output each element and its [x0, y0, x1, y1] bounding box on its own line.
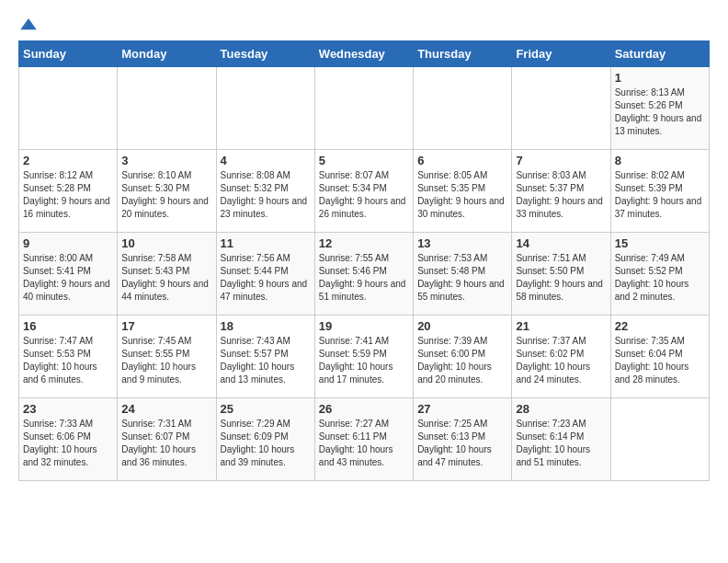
- day-number: 12: [319, 236, 409, 250]
- calendar-table: SundayMondayTuesdayWednesdayThursdayFrid…: [18, 40, 710, 481]
- calendar-cell: 12Sunrise: 7:55 AM Sunset: 5:46 PM Dayli…: [314, 233, 413, 316]
- calendar-cell: 10Sunrise: 7:58 AM Sunset: 5:43 PM Dayli…: [118, 233, 216, 316]
- day-number: 6: [417, 154, 507, 167]
- day-info: Sunrise: 7:31 AM Sunset: 6:07 PM Dayligh…: [121, 418, 211, 469]
- calendar-cell: 19Sunrise: 7:41 AM Sunset: 5:59 PM Dayli…: [314, 316, 413, 398]
- week-row-3: 9Sunrise: 8:00 AM Sunset: 5:41 PM Daylig…: [19, 233, 710, 316]
- weekday-header-friday: Friday: [512, 41, 610, 67]
- calendar-cell: 20Sunrise: 7:39 AM Sunset: 6:00 PM Dayli…: [414, 316, 512, 398]
- week-row-2: 2Sunrise: 8:12 AM Sunset: 5:28 PM Daylig…: [19, 150, 710, 233]
- day-number: 17: [121, 319, 211, 333]
- day-number: 23: [23, 402, 113, 416]
- day-info: Sunrise: 7:41 AM Sunset: 5:59 PM Dayligh…: [319, 335, 409, 386]
- calendar-cell: 24Sunrise: 7:31 AM Sunset: 6:07 PM Dayli…: [118, 398, 216, 481]
- calendar-cell: 8Sunrise: 8:02 AM Sunset: 5:39 PM Daylig…: [610, 150, 709, 233]
- weekday-header-wednesday: Wednesday: [314, 41, 413, 67]
- week-row-5: 23Sunrise: 7:33 AM Sunset: 6:06 PM Dayli…: [19, 398, 710, 481]
- calendar-cell: 2Sunrise: 8:12 AM Sunset: 5:28 PM Daylig…: [19, 150, 118, 233]
- day-number: 27: [417, 402, 507, 416]
- calendar-cell: 26Sunrise: 7:27 AM Sunset: 6:11 PM Dayli…: [314, 398, 413, 481]
- weekday-header-saturday: Saturday: [610, 41, 709, 67]
- calendar-cell: 25Sunrise: 7:29 AM Sunset: 6:09 PM Dayli…: [216, 398, 314, 481]
- day-info: Sunrise: 8:12 AM Sunset: 5:28 PM Dayligh…: [23, 169, 113, 221]
- calendar-cell: 17Sunrise: 7:45 AM Sunset: 5:55 PM Dayli…: [118, 316, 216, 398]
- day-info: Sunrise: 8:03 AM Sunset: 5:37 PM Dayligh…: [516, 169, 606, 221]
- calendar-cell: [118, 67, 216, 150]
- day-info: Sunrise: 7:25 AM Sunset: 6:13 PM Dayligh…: [417, 418, 507, 469]
- day-info: Sunrise: 8:07 AM Sunset: 5:34 PM Dayligh…: [319, 169, 409, 221]
- day-number: 28: [516, 402, 606, 416]
- day-info: Sunrise: 7:51 AM Sunset: 5:50 PM Dayligh…: [516, 252, 606, 304]
- calendar-cell: 11Sunrise: 7:56 AM Sunset: 5:44 PM Dayli…: [216, 233, 314, 316]
- weekday-header-sunday: Sunday: [19, 41, 118, 67]
- day-number: 26: [319, 402, 409, 416]
- day-number: 9: [23, 236, 113, 250]
- weekday-header-monday: Monday: [118, 41, 216, 67]
- day-info: Sunrise: 8:13 AM Sunset: 5:26 PM Dayligh…: [615, 86, 705, 138]
- logo: [18, 18, 37, 31]
- page-header: [18, 18, 710, 31]
- day-number: 20: [417, 319, 507, 333]
- calendar-cell: 6Sunrise: 8:05 AM Sunset: 5:35 PM Daylig…: [414, 150, 512, 233]
- day-info: Sunrise: 8:02 AM Sunset: 5:39 PM Dayligh…: [615, 169, 705, 221]
- calendar-cell: 1Sunrise: 8:13 AM Sunset: 5:26 PM Daylig…: [610, 67, 709, 150]
- calendar-cell: 22Sunrise: 7:35 AM Sunset: 6:04 PM Dayli…: [610, 316, 709, 398]
- day-info: Sunrise: 7:43 AM Sunset: 5:57 PM Dayligh…: [221, 335, 311, 386]
- day-info: Sunrise: 7:39 AM Sunset: 6:00 PM Dayligh…: [417, 335, 507, 386]
- weekday-header-row: SundayMondayTuesdayWednesdayThursdayFrid…: [19, 41, 710, 67]
- logo-icon: [20, 18, 37, 31]
- day-info: Sunrise: 7:58 AM Sunset: 5:43 PM Dayligh…: [121, 252, 211, 304]
- day-number: 21: [516, 319, 606, 333]
- day-number: 13: [417, 236, 507, 250]
- calendar-cell: [512, 67, 610, 150]
- day-info: Sunrise: 7:56 AM Sunset: 5:44 PM Dayligh…: [221, 252, 311, 304]
- day-number: 2: [23, 154, 113, 167]
- day-info: Sunrise: 7:55 AM Sunset: 5:46 PM Dayligh…: [319, 252, 409, 304]
- day-number: 7: [516, 154, 606, 167]
- calendar-cell: 9Sunrise: 8:00 AM Sunset: 5:41 PM Daylig…: [19, 233, 118, 316]
- day-number: 15: [615, 236, 705, 250]
- day-number: 22: [615, 319, 705, 333]
- day-number: 5: [319, 154, 409, 167]
- calendar-cell: 28Sunrise: 7:23 AM Sunset: 6:14 PM Dayli…: [512, 398, 610, 481]
- day-info: Sunrise: 7:27 AM Sunset: 6:11 PM Dayligh…: [319, 418, 409, 469]
- calendar-cell: 13Sunrise: 7:53 AM Sunset: 5:48 PM Dayli…: [414, 233, 512, 316]
- day-number: 25: [221, 402, 311, 416]
- calendar-cell: 5Sunrise: 8:07 AM Sunset: 5:34 PM Daylig…: [314, 150, 413, 233]
- day-info: Sunrise: 7:47 AM Sunset: 5:53 PM Dayligh…: [23, 335, 113, 386]
- calendar-cell: 15Sunrise: 7:49 AM Sunset: 5:52 PM Dayli…: [610, 233, 709, 316]
- day-info: Sunrise: 8:10 AM Sunset: 5:30 PM Dayligh…: [121, 169, 211, 221]
- calendar-cell: [19, 67, 118, 150]
- calendar-cell: [610, 398, 709, 481]
- calendar-cell: 16Sunrise: 7:47 AM Sunset: 5:53 PM Dayli…: [19, 316, 118, 398]
- day-number: 1: [615, 71, 705, 85]
- day-number: 19: [319, 319, 409, 333]
- calendar-cell: [314, 67, 413, 150]
- calendar-cell: 7Sunrise: 8:03 AM Sunset: 5:37 PM Daylig…: [512, 150, 610, 233]
- svg-marker-0: [20, 18, 37, 29]
- day-info: Sunrise: 7:45 AM Sunset: 5:55 PM Dayligh…: [121, 335, 211, 386]
- calendar-cell: [414, 67, 512, 150]
- day-number: 24: [121, 402, 211, 416]
- day-number: 8: [615, 154, 705, 167]
- day-number: 14: [516, 236, 606, 250]
- day-number: 16: [23, 319, 113, 333]
- weekday-header-tuesday: Tuesday: [216, 41, 314, 67]
- calendar-cell: 14Sunrise: 7:51 AM Sunset: 5:50 PM Dayli…: [512, 233, 610, 316]
- calendar-cell: 4Sunrise: 8:08 AM Sunset: 5:32 PM Daylig…: [216, 150, 314, 233]
- week-row-4: 16Sunrise: 7:47 AM Sunset: 5:53 PM Dayli…: [19, 316, 710, 398]
- day-number: 18: [221, 319, 311, 333]
- calendar-cell: [216, 67, 314, 150]
- day-info: Sunrise: 7:29 AM Sunset: 6:09 PM Dayligh…: [221, 418, 311, 469]
- day-info: Sunrise: 7:23 AM Sunset: 6:14 PM Dayligh…: [516, 418, 606, 469]
- day-info: Sunrise: 7:37 AM Sunset: 6:02 PM Dayligh…: [516, 335, 606, 386]
- day-info: Sunrise: 7:35 AM Sunset: 6:04 PM Dayligh…: [615, 335, 705, 386]
- day-number: 11: [221, 236, 311, 250]
- day-info: Sunrise: 7:33 AM Sunset: 6:06 PM Dayligh…: [23, 418, 113, 469]
- day-info: Sunrise: 8:00 AM Sunset: 5:41 PM Dayligh…: [23, 252, 113, 304]
- day-info: Sunrise: 7:49 AM Sunset: 5:52 PM Dayligh…: [615, 252, 705, 304]
- weekday-header-thursday: Thursday: [414, 41, 512, 67]
- week-row-1: 1Sunrise: 8:13 AM Sunset: 5:26 PM Daylig…: [19, 67, 710, 150]
- calendar-cell: 23Sunrise: 7:33 AM Sunset: 6:06 PM Dayli…: [19, 398, 118, 481]
- calendar-cell: 21Sunrise: 7:37 AM Sunset: 6:02 PM Dayli…: [512, 316, 610, 398]
